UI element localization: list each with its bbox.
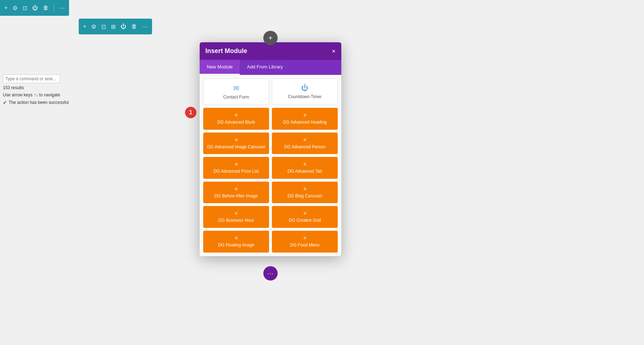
menu-icon-6: ≡ xyxy=(303,161,306,167)
contact-form-module[interactable]: ✉ Contact Form xyxy=(203,78,269,105)
contact-form-label: Contact Form xyxy=(223,95,249,100)
dg-advanced-price-list-label: DG Advanced Price List xyxy=(214,169,259,174)
power-circle-icon: ⏻ xyxy=(301,84,308,92)
dg-advanced-blurb-module[interactable]: ≡ DG Advanced Blurb xyxy=(203,108,269,130)
toolbar-divider xyxy=(54,4,54,12)
success-text: The action has been successful xyxy=(9,100,69,105)
dots-icon-2[interactable]: ⋯ xyxy=(142,23,148,30)
gear-icon[interactable]: ⚙ xyxy=(13,5,18,11)
dg-content-grid-label: DG Content Grid xyxy=(289,218,321,224)
add-icon[interactable]: + xyxy=(4,5,8,11)
step-badge: 1 xyxy=(185,107,196,118)
search-input[interactable] xyxy=(3,75,60,83)
dg-content-grid-module[interactable]: ≡ DG Content Grid xyxy=(272,206,338,228)
menu-icon-11: ≡ xyxy=(235,235,238,241)
dots-icon[interactable]: ⋯ xyxy=(59,5,65,11)
dg-advanced-person-module[interactable]: ≡ DG Advanced Person xyxy=(272,133,338,154)
dg-floating-image-module[interactable]: ≡ DG Floating Image xyxy=(203,231,269,253)
top-toolbar: + ⚙ ⊡ ⏻ 🗑 ⋯ xyxy=(0,0,69,16)
trash-icon-2[interactable]: 🗑 xyxy=(131,23,137,30)
modal-close-button[interactable]: × xyxy=(332,48,336,54)
results-text: 153 results xyxy=(3,85,69,90)
menu-icon-2: ≡ xyxy=(303,112,306,118)
dg-advanced-heading-label: DG Advanced Heading xyxy=(283,120,327,125)
left-panel: 153 results Use arrow keys ↑↓ to navigat… xyxy=(0,72,72,108)
menu-icon-7: ≡ xyxy=(235,186,238,192)
add-icon-2[interactable]: + xyxy=(83,23,86,30)
dg-advanced-price-list-module[interactable]: ≡ DG Advanced Price List xyxy=(203,157,269,179)
dg-floating-image-label: DG Floating Image xyxy=(218,243,254,248)
grid-icon[interactable]: ⊞ xyxy=(111,23,116,30)
trash-icon[interactable]: 🗑 xyxy=(43,5,49,11)
envelope-icon: ✉ xyxy=(233,84,239,92)
menu-icon-4: ≡ xyxy=(303,137,306,143)
menu-icon-8: ≡ xyxy=(303,186,306,192)
module-list: ✉ Contact Form ⏻ Countdown Timer ≡ DG Ad… xyxy=(200,75,341,256)
nav-hint: Use arrow keys ↑↓ to navigate xyxy=(3,92,69,97)
modal-tabs: New Module Add From Library xyxy=(200,60,341,75)
dg-advanced-tab-module[interactable]: ≡ DG Advanced Tab xyxy=(272,157,338,179)
menu-icon-9: ≡ xyxy=(235,210,238,216)
dg-blog-carousel-label: DG Blog Carousel xyxy=(288,193,322,199)
dg-blog-carousel-module[interactable]: ≡ DG Blog Carousel xyxy=(272,182,338,203)
menu-icon-12: ≡ xyxy=(303,235,306,241)
orange-modules-grid: ≡ DG Advanced Blurb ≡ DG Advanced Headin… xyxy=(203,108,338,253)
success-message: ✔ The action has been successful xyxy=(3,100,69,105)
countdown-timer-module[interactable]: ⏻ Countdown Timer xyxy=(272,78,338,105)
power-icon[interactable]: ⏻ xyxy=(32,5,38,11)
check-icon: ✔ xyxy=(3,100,7,105)
dg-food-menu-module[interactable]: ≡ DG Food Menu xyxy=(272,231,338,253)
dg-before-after-image-label: DG Before After Image xyxy=(214,193,258,199)
tab-new-module[interactable]: New Module xyxy=(200,60,240,75)
layout-icon[interactable]: ⊡ xyxy=(23,5,27,11)
gear-icon-2[interactable]: ⚙ xyxy=(91,23,96,30)
dg-before-after-image-module[interactable]: ≡ DG Before After Image xyxy=(203,182,269,203)
layout-icon-2[interactable]: ⊡ xyxy=(101,23,106,30)
menu-icon-5: ≡ xyxy=(235,161,238,167)
modal-overlay: Insert Module × New Module Add From Libr… xyxy=(0,0,644,345)
dots-button-bottom[interactable]: ··· xyxy=(263,266,278,281)
menu-icon-10: ≡ xyxy=(303,210,306,216)
dg-business-hour-module[interactable]: ≡ DG Business Hour xyxy=(203,206,269,228)
countdown-timer-label: Countdown Timer xyxy=(288,94,322,99)
modal-title: Insert Module xyxy=(205,47,247,55)
dg-advanced-image-carousel-module[interactable]: ≡ DG Advanced Image Carousel xyxy=(203,133,269,154)
dg-advanced-image-carousel-label: DG Advanced Image Carousel xyxy=(207,144,265,150)
menu-icon-3: ≡ xyxy=(235,137,238,143)
dg-food-menu-label: DG Food Menu xyxy=(290,243,319,248)
add-button-top[interactable]: + xyxy=(263,31,278,45)
dg-business-hour-label: DG Business Hour xyxy=(218,218,254,224)
white-modules-row: ✉ Contact Form ⏻ Countdown Timer xyxy=(203,78,338,105)
second-toolbar: + ⚙ ⊡ ⊞ ⏻ 🗑 ⋯ xyxy=(79,19,152,34)
power-icon-2[interactable]: ⏻ xyxy=(121,23,126,30)
dg-advanced-tab-label: DG Advanced Tab xyxy=(288,169,322,174)
menu-icon-1: ≡ xyxy=(235,112,238,118)
tab-add-from-library[interactable]: Add From Library xyxy=(240,60,290,75)
dg-advanced-person-label: DG Advanced Person xyxy=(284,144,325,150)
dg-advanced-heading-module[interactable]: ≡ DG Advanced Heading xyxy=(272,108,338,130)
dg-advanced-blurb-label: DG Advanced Blurb xyxy=(217,120,255,125)
insert-module-modal: Insert Module × New Module Add From Libr… xyxy=(200,42,341,256)
